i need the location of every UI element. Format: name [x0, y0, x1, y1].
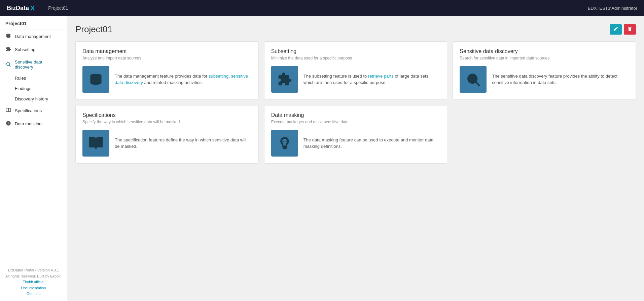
sidebar-item-label: Specifications: [15, 108, 42, 113]
card-title: Data management: [82, 48, 252, 54]
sidebar-item-label: Subsetting: [15, 47, 35, 52]
nav-project-name: Project01: [48, 5, 68, 11]
svg-line-2: [9, 65, 11, 67]
card-description: The data management feature provides dat…: [115, 73, 252, 86]
logo-x: X: [30, 4, 35, 12]
search-icon: [5, 61, 11, 68]
svg-point-6: [282, 141, 284, 142]
sidebar-item-subsetting[interactable]: Subsetting: [0, 43, 67, 56]
card-sensitive-data-discovery[interactable]: Sensitive data discovery Search for sens…: [453, 41, 636, 100]
card-specifications[interactable]: Specifications Specify the way in which …: [75, 105, 259, 164]
card-icon-box: [271, 66, 298, 93]
card-title: Subsetting: [271, 48, 440, 54]
card-body: The sensitive data discovery feature pro…: [460, 66, 629, 93]
svg-point-7: [285, 141, 287, 142]
page-title: Project01: [75, 24, 112, 35]
card-body: The subsetting feature is used to retrie…: [271, 66, 440, 93]
sidebar-sub-item-findings[interactable]: Findings: [0, 83, 67, 94]
sidebar-sub-item-discovery-history[interactable]: Discovery history: [0, 94, 67, 104]
card-description: The data masking feature can be used to …: [303, 137, 440, 150]
main-layout: Project01 Data management Subsetting: [0, 16, 644, 301]
delete-button[interactable]: [624, 24, 636, 35]
card-body: The data management feature provides dat…: [82, 66, 252, 93]
nav-user: BDXTEST3\Administrator: [588, 6, 637, 11]
edit-button[interactable]: [610, 24, 622, 35]
mask-icon: [5, 121, 11, 127]
card-description: The sensitive data discovery feature pro…: [492, 73, 629, 86]
sidebar-sub-item-label: Discovery history: [15, 96, 48, 101]
card-subtitle: Specify the way in which sensitive data …: [82, 120, 252, 124]
documentation-link[interactable]: Documentation: [5, 285, 62, 291]
cards-grid: Data management Analyze and import data …: [75, 41, 636, 164]
svg-point-1: [7, 62, 10, 65]
card-subtitle: Minimize the data used for a specific pu…: [271, 56, 440, 60]
puzzle-icon: [5, 46, 11, 53]
sidebar-item-specifications[interactable]: Specifications: [0, 104, 67, 117]
card-title: Data masking: [271, 112, 440, 118]
sidebar-item-label: Data management: [15, 34, 51, 39]
card-data-masking[interactable]: Data masking Execute packages and mask s…: [264, 105, 448, 164]
card-description: The subsetting feature is used to retrie…: [303, 73, 440, 86]
card-subsetting[interactable]: Subsetting Minimize the data used for a …: [264, 41, 448, 100]
ekobit-official-link[interactable]: Ekobit official: [5, 279, 62, 285]
card-title: Specifications: [82, 112, 252, 118]
svg-line-5: [476, 82, 479, 85]
card-icon-box: [460, 66, 487, 93]
card-icon-box: [82, 130, 109, 157]
sidebar-item-data-masking[interactable]: Data masking: [0, 117, 67, 130]
card-title: Sensitive data discovery: [460, 48, 629, 54]
app-logo: BizDataX: [7, 4, 35, 12]
sidebar-item-data-management[interactable]: Data management: [0, 30, 67, 43]
page-header: Project01: [75, 24, 636, 35]
card-icon-box: [82, 66, 109, 93]
card-description: The specification features define the wa…: [115, 137, 252, 150]
card-subtitle: Search for sensitive data in imported da…: [460, 56, 629, 60]
page-actions: [610, 24, 636, 35]
sidebar-sub-item-label: Rules: [15, 76, 26, 81]
card-subtitle: Analyze and import data sources: [82, 56, 252, 60]
sidebar-project-title: Project01: [0, 16, 67, 30]
sidebar-footer: BizDataX Portal - Version 4.3.1 All righ…: [0, 263, 67, 301]
sidebar-item-sensitive-data-discovery[interactable]: Sensitive data discovery: [0, 56, 67, 73]
book-icon: [5, 108, 11, 114]
card-body: The data masking feature can be used to …: [271, 130, 440, 157]
sidebar: Project01 Data management Subsetting: [0, 16, 67, 301]
sidebar-nav: Data management Subsetting Sensitive dat…: [0, 30, 67, 130]
get-help-link[interactable]: Get help: [5, 291, 62, 297]
top-nav: BizDataX Project01 BDXTEST3\Administrato…: [0, 0, 644, 16]
sidebar-sub-item-rules[interactable]: Rules: [0, 73, 67, 83]
main-content: Project01 Data management Analyze and im…: [67, 16, 644, 301]
logo-text: BizData: [7, 5, 29, 12]
sidebar-sub-item-label: Findings: [15, 86, 31, 91]
rights-text: All rights reserved. Built by Ekobit.: [5, 273, 62, 280]
sidebar-item-label: Data masking: [15, 121, 41, 126]
sidebar-item-label: Sensitive data discovery: [15, 59, 62, 70]
card-icon-box: [271, 130, 298, 157]
card-data-management[interactable]: Data management Analyze and import data …: [75, 41, 259, 100]
database-icon: [5, 33, 11, 40]
card-body: The specification features define the wa…: [82, 130, 252, 157]
card-subtitle: Execute packages and mask sensitive data: [271, 120, 440, 124]
version-text: BizDataX Portal - Version 4.3.1: [5, 267, 62, 273]
